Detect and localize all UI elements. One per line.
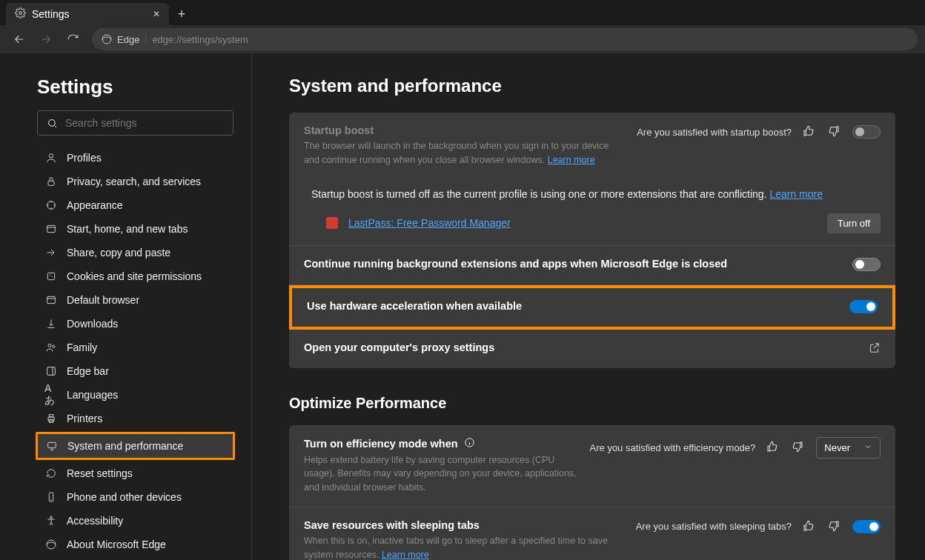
svg-rect-8 bbox=[47, 296, 56, 303]
home-icon bbox=[44, 223, 58, 235]
search-icon bbox=[47, 118, 58, 129]
hardware-acceleration-section: Use hardware acceleration when available bbox=[289, 285, 895, 330]
sleeping-tabs-desc: When this is on, inactive tabs will go t… bbox=[304, 534, 626, 560]
sidebar-item-start-home[interactable]: Start, home, and new tabs bbox=[37, 217, 233, 241]
settings-title: Settings bbox=[37, 76, 233, 99]
sidebar-item-system-performance[interactable]: System and performance bbox=[38, 434, 233, 458]
thumbs-down-icon[interactable] bbox=[827, 519, 842, 534]
svg-rect-11 bbox=[47, 367, 56, 376]
svg-point-0 bbox=[19, 12, 22, 15]
conflicting-extension-row: LastPass: Free Password Manager Turn off bbox=[304, 210, 881, 233]
startup-boost-toggle[interactable] bbox=[852, 125, 881, 139]
url-bar[interactable]: Edge edge://settings/system bbox=[92, 28, 918, 50]
titlebar: Settings ✕ + bbox=[0, 0, 925, 25]
sidebar-item-about[interactable]: About Microsoft Edge bbox=[37, 533, 233, 556]
sidebar-item-family[interactable]: Family bbox=[37, 336, 233, 359]
sidebar-item-appearance[interactable]: Appearance bbox=[37, 193, 233, 217]
background-apps-title: Continue running background extensions a… bbox=[304, 258, 842, 270]
startup-boost-title: Startup boost bbox=[304, 124, 626, 136]
svg-point-2 bbox=[49, 119, 56, 126]
search-input[interactable] bbox=[65, 117, 224, 129]
main: Settings Profiles Privacy, search, and s… bbox=[0, 53, 925, 560]
sidebar-item-label: Appearance bbox=[67, 199, 123, 211]
thumbs-up-icon[interactable] bbox=[766, 440, 780, 455]
sidebar-item-phone[interactable]: Phone and other devices bbox=[37, 485, 233, 509]
svg-point-3 bbox=[49, 154, 53, 158]
sidebar-item-accessibility[interactable]: Accessibility bbox=[37, 509, 233, 533]
sidebar-item-label: Profiles bbox=[67, 152, 102, 164]
browser-icon bbox=[44, 294, 58, 306]
sidebar-item-reset[interactable]: Reset settings bbox=[37, 461, 233, 485]
efficiency-mode-section: Turn on efficiency mode when Helps exten… bbox=[289, 425, 895, 507]
sleeping-tabs-title: Save resources with sleeping tabs bbox=[304, 519, 626, 531]
languages-icon: Aあ bbox=[44, 382, 58, 407]
sidebar-item-privacy[interactable]: Privacy, search, and services bbox=[37, 170, 233, 193]
turn-off-extension-button[interactable]: Turn off bbox=[827, 213, 881, 233]
sidebar-item-downloads[interactable]: Downloads bbox=[37, 312, 233, 336]
external-link-icon bbox=[868, 341, 881, 356]
proxy-section[interactable]: Open your computer's proxy settings bbox=[289, 330, 895, 368]
family-icon bbox=[44, 341, 58, 353]
lastpass-icon bbox=[326, 217, 338, 229]
addressbar: Edge edge://settings/system bbox=[0, 25, 925, 53]
sidebar-item-edgebar[interactable]: Edge bar bbox=[37, 359, 233, 383]
startup-warning-learn-more-link[interactable]: Learn more bbox=[769, 188, 823, 200]
sleeping-tabs-desc-text: When this is on, inactive tabs will go t… bbox=[304, 536, 608, 560]
sidebar-item-label: Phone and other devices bbox=[67, 491, 182, 503]
svg-point-17 bbox=[50, 516, 53, 519]
startup-feedback: Are you satisfied with startup boost? bbox=[637, 124, 881, 139]
sleeping-feedback-text: Are you satisfied with sleeping tabs? bbox=[636, 521, 792, 532]
printer-icon bbox=[44, 413, 58, 424]
sidebar-item-languages[interactable]: AあLanguages bbox=[37, 383, 233, 407]
sidebar-item-label: Printers bbox=[67, 413, 102, 424]
optimize-heading: Optimize Performance bbox=[289, 395, 895, 412]
sidebar-item-printers[interactable]: Printers bbox=[37, 407, 233, 430]
svg-rect-6 bbox=[47, 225, 56, 232]
optimize-panel: Turn on efficiency mode when Helps exten… bbox=[289, 425, 895, 561]
lock-icon bbox=[44, 176, 58, 187]
efficiency-title: Turn on efficiency mode when bbox=[304, 437, 580, 450]
thumbs-up-icon[interactable] bbox=[802, 519, 817, 534]
sidebar-item-label: Edge bar bbox=[67, 365, 109, 377]
startup-boost-desc: The browser will launch in the backgroun… bbox=[304, 139, 626, 167]
sleeping-tabs-toggle[interactable] bbox=[852, 520, 881, 533]
browser-tab-settings[interactable]: Settings ✕ bbox=[6, 3, 169, 25]
search-settings[interactable] bbox=[37, 110, 233, 136]
sidebar-item-cookies[interactable]: Cookies and site permissions bbox=[37, 264, 233, 288]
page-title: System and performance bbox=[289, 76, 895, 96]
back-button[interactable] bbox=[7, 27, 31, 51]
efficiency-mode-dropdown[interactable]: Never bbox=[816, 437, 881, 459]
sleeping-tabs-section: Save resources with sleeping tabs When t… bbox=[289, 507, 895, 560]
sidebar-item-default-browser[interactable]: Default browser bbox=[37, 288, 233, 312]
refresh-button[interactable] bbox=[61, 27, 84, 51]
sidebar-highlight: System and performance bbox=[36, 432, 235, 460]
sidebar-item-profiles[interactable]: Profiles bbox=[37, 146, 233, 170]
new-tab-button[interactable]: + bbox=[169, 3, 194, 25]
system-panel: Startup boost The browser will launch in… bbox=[289, 113, 895, 368]
sleeping-learn-more-link[interactable]: Learn more bbox=[382, 550, 429, 560]
sidebar-item-label: Languages bbox=[67, 389, 118, 401]
svg-rect-4 bbox=[48, 181, 54, 185]
url-divider bbox=[145, 34, 146, 44]
startup-feedback-text: Are you satisfied with startup boost? bbox=[637, 127, 792, 138]
svg-point-10 bbox=[53, 345, 55, 347]
sidebar-item-label: Privacy, search, and services bbox=[67, 176, 201, 187]
sidebar-item-share[interactable]: Share, copy and paste bbox=[37, 241, 233, 264]
startup-learn-more-link[interactable]: Learn more bbox=[548, 155, 595, 165]
svg-rect-7 bbox=[47, 273, 54, 279]
sidebar-item-label: Cookies and site permissions bbox=[67, 270, 202, 282]
extension-link[interactable]: LastPass: Free Password Manager bbox=[348, 217, 511, 229]
settings-content: System and performance Startup boost The… bbox=[252, 53, 925, 560]
download-icon bbox=[44, 318, 58, 330]
close-tab-icon[interactable]: ✕ bbox=[153, 9, 160, 19]
background-apps-toggle[interactable] bbox=[852, 258, 881, 271]
background-apps-section: Continue running background extensions a… bbox=[289, 246, 895, 285]
info-icon[interactable] bbox=[464, 437, 475, 450]
tab-label: Settings bbox=[32, 8, 70, 20]
thumbs-down-icon[interactable] bbox=[827, 124, 842, 139]
forward-button[interactable] bbox=[34, 27, 58, 51]
thumbs-down-icon[interactable] bbox=[791, 440, 806, 455]
thumbs-up-icon[interactable] bbox=[802, 124, 817, 139]
hardware-acceleration-toggle[interactable] bbox=[849, 300, 878, 313]
url-text: edge://settings/system bbox=[152, 34, 248, 45]
